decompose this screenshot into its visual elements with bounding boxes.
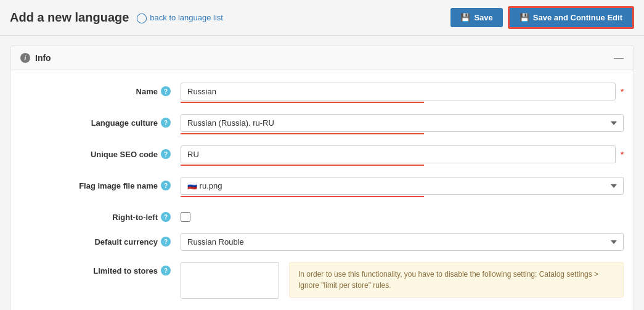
stores-label-col: Limited to stores ? (20, 262, 181, 275)
currency-label-col: Default currency ? (20, 233, 181, 247)
flag-underline (181, 196, 424, 197)
rtl-label-col: Right-to-left ? (20, 208, 181, 222)
name-field-group: Name ? * (20, 83, 624, 103)
seo-code-control-col: * (181, 145, 624, 166)
info-card: i Info — Name ? * Language culture ? (10, 46, 634, 310)
rtl-help-icon[interactable]: ? (161, 212, 171, 222)
save-continue-icon: 💾 (520, 13, 529, 22)
language-culture-help-icon[interactable]: ? (161, 118, 171, 128)
page-title: Add a new language (10, 10, 129, 25)
currency-help-icon[interactable]: ? (161, 237, 171, 247)
seo-code-input-row: * (181, 145, 624, 163)
flag-control-col: 🇷🇺 ru.png (181, 177, 624, 197)
name-input-row: * (181, 83, 624, 100)
currency-control-col: Russian Rouble (181, 233, 624, 251)
flag-help-icon[interactable]: ? (161, 181, 171, 190)
flag-label-col: Flag image file name ? (20, 177, 181, 190)
stores-row: In order to use this functionality, you … (181, 262, 624, 299)
stores-info-text: In order to use this functionality, you … (298, 270, 598, 290)
circle-arrow-icon: ◯ (136, 12, 147, 23)
name-underline (181, 102, 424, 103)
name-label-col: Name ? (20, 83, 181, 96)
seo-code-label-col: Unique SEO code ? (20, 145, 181, 159)
language-culture-underline (181, 133, 424, 134)
language-culture-control-col: Russian (Russia). ru-RU (181, 114, 624, 134)
language-culture-select[interactable]: Russian (Russia). ru-RU (181, 114, 624, 132)
collapse-icon[interactable]: — (614, 52, 624, 63)
info-icon: i (20, 53, 30, 63)
flag-select[interactable]: 🇷🇺 ru.png (181, 177, 624, 195)
card-body: Name ? * Language culture ? Russian (R (10, 70, 634, 310)
name-required-star: * (621, 87, 624, 96)
stores-group: Limited to stores ? In order to use this… (20, 262, 624, 299)
stores-control-col: In order to use this functionality, you … (181, 262, 624, 299)
name-input[interactable] (181, 83, 616, 100)
card-header: i Info — (10, 46, 634, 70)
save-button[interactable]: 💾 Save (450, 8, 502, 27)
currency-label: Default currency (94, 237, 158, 247)
name-label: Name (136, 87, 158, 96)
seo-code-group: Unique SEO code ? * (20, 145, 624, 166)
currency-group: Default currency ? Russian Rouble (20, 233, 624, 251)
section-title: Info (35, 53, 51, 63)
save-icon: 💾 (460, 13, 470, 22)
language-culture-group: Language culture ? Russian (Russia). ru-… (20, 114, 624, 134)
seo-code-input[interactable] (181, 145, 616, 163)
name-help-icon[interactable]: ? (161, 86, 171, 96)
currency-select[interactable]: Russian Rouble (181, 233, 624, 251)
flag-group: Flag image file name ? 🇷🇺 ru.png (20, 177, 624, 197)
seo-code-required-star: * (621, 150, 624, 159)
language-culture-label-col: Language culture ? (20, 114, 181, 128)
language-culture-select-wrapper: Russian (Russia). ru-RU (181, 114, 624, 132)
seo-code-label: Unique SEO code (91, 150, 158, 159)
seo-code-underline (181, 165, 424, 166)
seo-code-help-icon[interactable]: ? (161, 149, 171, 159)
name-control-col: * (181, 83, 624, 103)
stores-select-box[interactable] (181, 262, 279, 299)
card-title: i Info (20, 53, 51, 63)
flag-label: Flag image file name (79, 181, 158, 190)
rtl-checkbox[interactable] (181, 212, 190, 222)
flag-select-wrapper: 🇷🇺 ru.png (181, 177, 624, 195)
save-continue-button[interactable]: 💾 Save and Continue Edit (508, 6, 634, 29)
header-buttons: 💾 Save 💾 Save and Continue Edit (450, 6, 634, 29)
rtl-control-col (181, 208, 624, 222)
stores-label: Limited to stores (93, 266, 158, 275)
back-link-label: back to language list (150, 13, 223, 22)
rtl-group: Right-to-left ? (20, 208, 624, 222)
language-culture-label: Language culture (91, 118, 158, 128)
rtl-label: Right-to-left (112, 213, 158, 222)
back-to-list-link[interactable]: ◯ back to language list (136, 12, 223, 23)
save-label: Save (474, 13, 492, 22)
page-header: Add a new language ◯ back to language li… (0, 0, 644, 36)
save-continue-label: Save and Continue Edit (533, 13, 622, 22)
stores-help-icon[interactable]: ? (161, 266, 171, 275)
stores-info-box: In order to use this functionality, you … (289, 262, 624, 298)
currency-select-wrapper: Russian Rouble (181, 233, 624, 251)
